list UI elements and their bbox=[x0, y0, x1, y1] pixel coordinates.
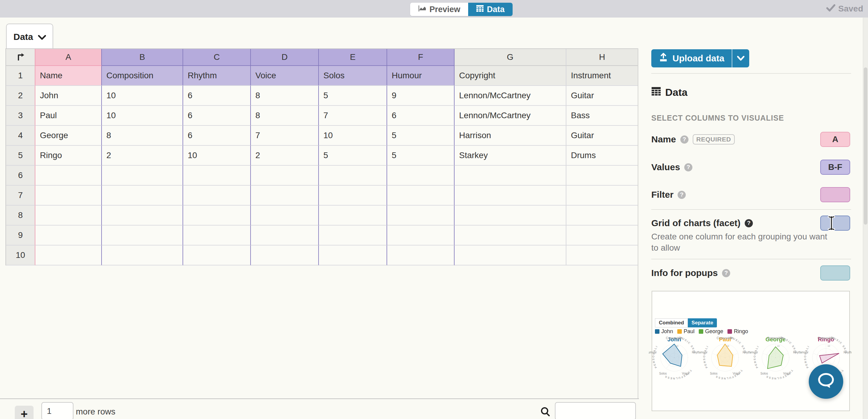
cell-F10[interactable] bbox=[387, 245, 455, 265]
cell-B6[interactable] bbox=[102, 166, 183, 186]
cell-E5[interactable]: 5 bbox=[319, 146, 387, 166]
cell-H5[interactable]: Drums bbox=[566, 146, 638, 166]
cell-D2[interactable]: 8 bbox=[251, 86, 319, 106]
cell-E2[interactable]: 5 bbox=[319, 86, 387, 106]
cell-B5[interactable]: 2 bbox=[102, 146, 183, 166]
column-pill-values[interactable]: B-F bbox=[820, 160, 850, 175]
row-number[interactable]: 9 bbox=[6, 226, 35, 245]
cell-A6[interactable] bbox=[35, 166, 102, 186]
column-header-C[interactable]: C bbox=[183, 49, 251, 66]
cell-H2[interactable]: Guitar bbox=[566, 86, 638, 106]
help-icon[interactable]: ? bbox=[745, 219, 753, 227]
toggle-option-separate[interactable]: Separate bbox=[688, 318, 717, 327]
help-icon[interactable]: ? bbox=[722, 269, 730, 277]
cell-A3[interactable]: Paul bbox=[35, 106, 102, 126]
cell-E6[interactable] bbox=[319, 166, 387, 186]
column-header-B[interactable]: B bbox=[102, 49, 183, 66]
panel-scrollbar[interactable] bbox=[863, 18, 868, 419]
cell-C6[interactable] bbox=[183, 166, 251, 186]
column-header-A[interactable]: A bbox=[35, 49, 102, 66]
sheet-search-input[interactable] bbox=[555, 402, 636, 419]
tab-preview[interactable]: Preview bbox=[410, 3, 468, 16]
cell-H10[interactable] bbox=[566, 245, 638, 265]
cell-G2[interactable]: Lennon/McCartney bbox=[455, 86, 566, 106]
cell-C4[interactable]: 6 bbox=[183, 126, 251, 146]
column-header-F[interactable]: F bbox=[387, 49, 455, 66]
cell-E4[interactable]: 10 bbox=[319, 126, 387, 146]
cell-C2[interactable]: 6 bbox=[183, 86, 251, 106]
header-cell-G1[interactable]: Copyright bbox=[455, 66, 566, 86]
header-cell-B1[interactable]: Composition bbox=[102, 66, 183, 86]
row-number[interactable]: 7 bbox=[6, 186, 35, 206]
row-number[interactable]: 8 bbox=[6, 206, 35, 226]
cell-G10[interactable] bbox=[455, 245, 566, 265]
row-number[interactable]: 4 bbox=[6, 126, 35, 146]
cell-C8[interactable] bbox=[183, 206, 251, 226]
cell-C3[interactable]: 6 bbox=[183, 106, 251, 126]
help-icon[interactable]: ? bbox=[684, 163, 692, 171]
header-cell-A1[interactable]: Name bbox=[35, 66, 102, 86]
toggle-option-combined[interactable]: Combined bbox=[655, 318, 688, 327]
column-pill-filter[interactable] bbox=[820, 187, 850, 202]
cell-D9[interactable] bbox=[251, 226, 319, 245]
cell-E10[interactable] bbox=[319, 245, 387, 265]
cell-F7[interactable] bbox=[387, 186, 455, 206]
cell-D3[interactable]: 8 bbox=[251, 106, 319, 126]
cell-F9[interactable] bbox=[387, 226, 455, 245]
cell-F6[interactable] bbox=[387, 166, 455, 186]
cell-F3[interactable]: 6 bbox=[387, 106, 455, 126]
header-cell-E1[interactable]: Solos bbox=[319, 66, 387, 86]
add-rows-button[interactable]: + bbox=[15, 406, 34, 419]
cell-A4[interactable]: George bbox=[35, 126, 102, 146]
cell-C10[interactable] bbox=[183, 245, 251, 265]
cell-C5[interactable]: 10 bbox=[183, 146, 251, 166]
column-header-E[interactable]: E bbox=[319, 49, 387, 66]
header-cell-F1[interactable]: Humour bbox=[387, 66, 455, 86]
row-number[interactable]: 10 bbox=[6, 245, 35, 265]
column-pill-popups[interactable] bbox=[820, 265, 850, 280]
cell-E7[interactable] bbox=[319, 186, 387, 206]
cell-A8[interactable] bbox=[35, 206, 102, 226]
cell-G7[interactable] bbox=[455, 186, 566, 206]
header-cell-D1[interactable]: Voice bbox=[251, 66, 319, 86]
cell-H8[interactable] bbox=[566, 206, 638, 226]
cell-A10[interactable] bbox=[35, 245, 102, 265]
cell-B4[interactable]: 8 bbox=[102, 126, 183, 146]
cell-D8[interactable] bbox=[251, 206, 319, 226]
panel-scrollbar-thumb[interactable] bbox=[864, 67, 867, 225]
row-number[interactable]: 1 bbox=[6, 66, 35, 86]
cell-F2[interactable]: 9 bbox=[387, 86, 455, 106]
help-chat-button[interactable] bbox=[809, 364, 843, 399]
cell-H6[interactable] bbox=[566, 166, 638, 186]
cell-E8[interactable] bbox=[319, 206, 387, 226]
sheet-tab-data[interactable]: Data bbox=[6, 24, 53, 50]
row-number[interactable]: 2 bbox=[6, 86, 35, 106]
upload-data-button[interactable]: Upload data bbox=[651, 49, 749, 67]
cell-H4[interactable]: Guitar bbox=[566, 126, 638, 146]
row-number[interactable]: 5 bbox=[6, 146, 35, 166]
cell-F8[interactable] bbox=[387, 206, 455, 226]
cell-H7[interactable] bbox=[566, 186, 638, 206]
cell-B3[interactable]: 10 bbox=[102, 106, 183, 126]
row-number[interactable]: 3 bbox=[6, 106, 35, 126]
help-icon[interactable]: ? bbox=[680, 136, 688, 144]
cell-A5[interactable]: Ringo bbox=[35, 146, 102, 166]
header-cell-H1[interactable]: Instrument bbox=[566, 66, 638, 86]
cell-F4[interactable]: 5 bbox=[387, 126, 455, 146]
header-cell-C1[interactable]: Rhythm bbox=[183, 66, 251, 86]
cell-E9[interactable] bbox=[319, 226, 387, 245]
cell-D7[interactable] bbox=[251, 186, 319, 206]
column-header-H[interactable]: H bbox=[566, 49, 638, 66]
header-row-arrow-icon[interactable] bbox=[6, 49, 35, 66]
cell-B2[interactable]: 10 bbox=[102, 86, 183, 106]
cell-B9[interactable] bbox=[102, 226, 183, 245]
cell-D5[interactable]: 2 bbox=[251, 146, 319, 166]
cell-G4[interactable]: Harrison bbox=[455, 126, 566, 146]
cell-G5[interactable]: Starkey bbox=[455, 146, 566, 166]
cell-D4[interactable]: 7 bbox=[251, 126, 319, 146]
cell-H3[interactable]: Bass bbox=[566, 106, 638, 126]
cell-G3[interactable]: Lennon/McCartney bbox=[455, 106, 566, 126]
column-header-G[interactable]: G bbox=[455, 49, 566, 66]
column-pill-name[interactable]: A bbox=[820, 132, 850, 147]
cell-G8[interactable] bbox=[455, 206, 566, 226]
